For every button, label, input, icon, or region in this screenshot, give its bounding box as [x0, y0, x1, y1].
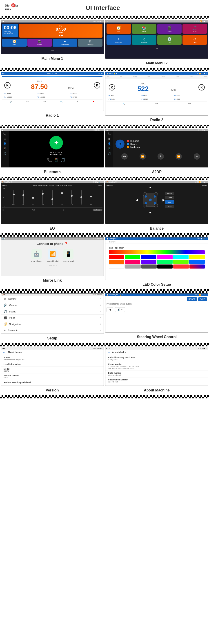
bt-action-3[interactable]: 🎵 — [60, 158, 65, 162]
led-swatch-darkgray[interactable] — [141, 264, 157, 268]
bt-sidebar-music-icon[interactable]: 🎵 — [3, 152, 6, 155]
mirror-version: HT04.4.3.6 — [48, 265, 57, 267]
settings-btn[interactable]: ⚙ Settings — [78, 39, 103, 46]
led-swatch-orange[interactable] — [109, 260, 124, 264]
status-bar-menu2: 🏠 ✉ 15:07 📶 ⬡ ▶ ← — [105, 20, 208, 22]
bt-sidebar-user-icon[interactable]: 👤 — [3, 142, 6, 146]
setup-bluetooth-item[interactable]: ✦ Bluetooth › — [1, 327, 104, 334]
volume-arrow-icon: › — [100, 304, 101, 306]
a2dp-sidebar-music-icon[interactable]: 🎵 — [108, 152, 111, 155]
led-swatch-pink[interactable] — [125, 260, 140, 264]
version-back-btn[interactable]: ← — [3, 350, 6, 354]
a2dp-sidebar-grid-icon[interactable]: ⊞ — [108, 137, 111, 140]
eq-band-200hz[interactable]: 200 — [28, 189, 37, 207]
led-swatch-purple[interactable] — [141, 260, 156, 264]
setup-sound-item[interactable]: 🎵 Sound › — [1, 308, 104, 315]
led-swatch-brightred[interactable] — [173, 264, 189, 268]
led-swatch-lightgray[interactable] — [125, 264, 140, 268]
steering-save-btn[interactable]: SAVE — [198, 297, 207, 301]
eq-prev-btn[interactable]: ◀ — [2, 209, 3, 211]
checker-2 — [0, 68, 209, 71]
balance-rear-btn[interactable]: Rear — [165, 204, 174, 208]
eq-band-1k[interactable]: 1K — [48, 189, 57, 207]
led-swatch-gradient[interactable] — [190, 264, 205, 268]
radio1-prev-btn[interactable]: K — [4, 82, 10, 88]
android-usb-item[interactable]: 🤖 Android USB — [30, 249, 42, 262]
eq-band-2k[interactable]: 2K — [57, 189, 67, 207]
radio2-prev-btn[interactable]: K — [109, 84, 115, 90]
version-legal-row[interactable]: Legal information — [1, 362, 104, 367]
eq-band-10k[interactable]: 10K — [77, 189, 86, 207]
balance-right-btn[interactable]: ▶ — [163, 198, 165, 202]
steering-key-vol[interactable]: 🔊+ — [115, 307, 125, 312]
label-setup: Setup — [0, 334, 104, 343]
app-video[interactable]: 🎬 Video — [157, 24, 182, 34]
label-main-menu-2: Main Menu 2 — [104, 60, 209, 68]
a2dp-sidebar-phone-icon[interactable]: 📞 — [108, 132, 111, 136]
app-disc[interactable]: 💿 Disc — [157, 35, 182, 45]
a2dp-forward-btn[interactable]: ⏭ — [194, 153, 200, 160]
bt-action-1[interactable]: 📞 — [47, 158, 52, 162]
section-balance: 🏠 Amplifier ✉ 15:08 📶 🔊 ▶ ← Balance Fade… — [104, 180, 209, 233]
bt-sidebar-grid-icon[interactable]: ⊞ — [4, 137, 6, 140]
balance-down-btn[interactable]: ▼ — [149, 211, 152, 214]
eq-loudness-toggle[interactable]: loudness ○ — [93, 209, 102, 211]
led-swatch-azure[interactable] — [189, 260, 205, 264]
navi-btn[interactable]: 🧭 Navi — [2, 39, 27, 46]
eq-band-sub[interactable]: SUB — [86, 189, 96, 207]
led-swatch-black[interactable] — [157, 264, 173, 268]
app-bt-music[interactable]: ♫ BT Music — [132, 35, 156, 45]
app-nav[interactable]: 🧭 Nav — [107, 24, 131, 34]
a2dp-rewind-btn[interactable]: ⏮ — [121, 153, 128, 160]
eq-band-500hz[interactable]: 500 — [38, 189, 47, 207]
radio1-controls: 🔊 FM AM 🔍 🎚 ⏺ — [2, 100, 102, 104]
video-btn[interactable]: 🎬 Video — [27, 39, 52, 46]
a2dp-play-btn[interactable]: ⏸ — [158, 153, 164, 160]
eq-band-3k5[interactable]: 3.5K — [67, 189, 76, 207]
led-swatch-green[interactable] — [125, 255, 140, 259]
balance-up-btn[interactable]: ▲ — [149, 185, 152, 189]
iphone-wifi-item[interactable]: 📱 iPhone WiFi — [63, 249, 74, 262]
a2dp-sidebar-call-icon[interactable]: 📱 — [108, 147, 111, 150]
bluetooth-btn-menu1[interactable]: ✦ Bluetooth — [53, 39, 77, 46]
android-wifi-item[interactable]: 📶 Android WiFi — [47, 249, 59, 262]
eq-band-60hz[interactable]: 60Hz — [9, 189, 18, 207]
led-swatch-blue[interactable] — [141, 255, 156, 259]
led-swatch-red[interactable] — [109, 255, 124, 259]
about-back-btn[interactable]: ← — [107, 350, 110, 354]
bt-sidebar-call-icon[interactable]: 📱 — [3, 147, 6, 150]
radio2-next-btn[interactable]: K — [199, 84, 205, 90]
eq-next-btn[interactable]: ▶ — [63, 209, 64, 211]
app-book[interactable]: 📚 Book — [132, 24, 156, 34]
led-swatch-cyan[interactable] — [173, 255, 189, 259]
steering-key-prev[interactable]: ◀ — [107, 307, 113, 312]
bt-action-2[interactable]: 📱 — [54, 158, 59, 162]
a2dp-sidebar-user-icon[interactable]: 👤 — [108, 142, 111, 146]
setup-video-item[interactable]: 🎬 Video › — [1, 315, 104, 321]
eq-band-100hz[interactable]: 100 — [19, 189, 28, 207]
steering-reset-btn[interactable]: RESET — [187, 297, 197, 301]
balance-driver-btn[interactable]: Driver — [165, 192, 174, 195]
setup-volume-item[interactable]: 🔊 Volume › — [1, 302, 104, 308]
a2dp-next-btn[interactable]: ⏩ — [176, 153, 182, 160]
led-swatch-white[interactable] — [109, 264, 125, 268]
bt-sidebar-phone-icon[interactable]: 📞 — [3, 132, 6, 136]
led-swatch-magenta[interactable] — [157, 255, 173, 259]
led-swatch-mint[interactable] — [157, 260, 173, 264]
led-swatch-yellow[interactable] — [189, 255, 205, 259]
balance-user-btn[interactable]: User — [165, 200, 174, 204]
setup-navigation-item[interactable]: 🧭 Navigation › — [1, 321, 104, 327]
setup-display-item[interactable]: 🖥 Display › — [1, 296, 104, 302]
a2dp-prev-btn[interactable]: ⏪ — [140, 153, 146, 160]
app-bluetooth[interactable]: ✦ Bluetooth — [107, 35, 131, 45]
app-music[interactable]: 🎵 Music — [183, 24, 207, 34]
version-android-row: Android version 6.1.0 — [1, 374, 104, 380]
balance-left-btn[interactable]: ◀ — [136, 198, 138, 202]
version-status-row[interactable]: Status Phone number, signal, etc. — [1, 355, 104, 362]
led-swatch-lime[interactable] — [173, 260, 189, 264]
status-bar-menu1: ♦ ♦ ✉ 00:06 ▶ ← — [1, 20, 104, 22]
led-gradient-bar[interactable] — [109, 250, 205, 254]
radio1-next-btn[interactable]: K — [94, 82, 100, 88]
app-obd[interactable]: ⊕ OBD — [183, 35, 207, 45]
balance-front-btn[interactable]: Front — [165, 196, 174, 200]
